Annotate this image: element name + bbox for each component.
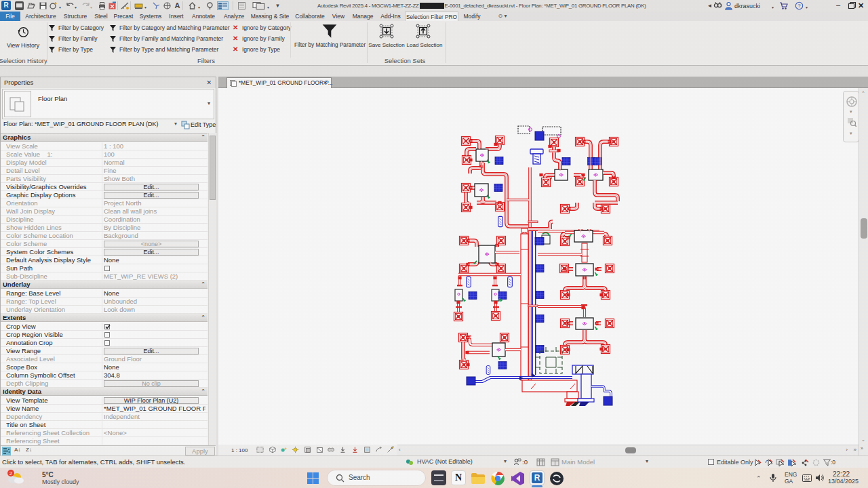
svg-text:?: ? (797, 3, 801, 9)
svg-text:2: 2 (9, 470, 13, 476)
